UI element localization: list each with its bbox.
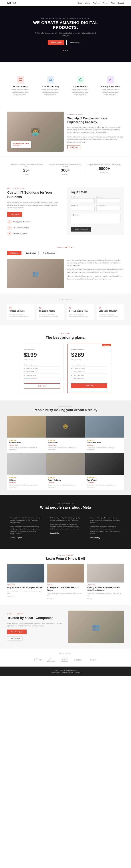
testimonial-author-1: Sarah Miller	[50, 532, 81, 534]
stat-partners-number: 300+	[49, 168, 82, 173]
core-services-tabs: IT Strategy Data Sharing Transformations	[7, 251, 124, 255]
footer-privacy[interactable]: Privacy Policy	[51, 672, 60, 674]
blog-cat-0: BUSINESS	[7, 584, 44, 586]
basic-feature-5: NONE Extended	[24, 377, 60, 380]
process-step-2-desc: Lorem sit tur adipiscing consectetur adi…	[39, 313, 62, 317]
business-plan-name: Business License	[71, 349, 107, 350]
process-step-2: 02 Request a Meeting Lorem sit tur adipi…	[37, 304, 64, 320]
nav-about[interactable]: About	[85, 2, 90, 4]
nav-pages[interactable]: Pages	[103, 2, 108, 4]
footer-terms[interactable]: Terms of Service	[62, 672, 73, 674]
blog-meta-1: January 2	[47, 598, 84, 600]
form-last-name-input[interactable]	[96, 198, 120, 203]
form-phone-input[interactable]	[96, 207, 120, 211]
stats-section: With more 25 offices in United States,Eu…	[0, 157, 131, 182]
testimonial-text-0: Amazing founder Tripadvisor helps you qu…	[10, 517, 41, 524]
solutions-eyebrow: WHY CHOOSE US	[7, 187, 62, 189]
featured-title: We Help IT Companies Scale Engineering C…	[67, 117, 124, 124]
featured-desc1: Lorem ipsum dolor sit amet, consectetur …	[67, 126, 124, 134]
blog-title-0: Why Purpose-Driven Employers Succeed	[7, 586, 44, 589]
process-step-1: 01 Choose a Service Lorem sit tur adipis…	[7, 304, 34, 320]
cta-button[interactable]: Get a Free Quote	[7, 629, 27, 634]
badge-item: 5 Star Customer	[7, 637, 23, 641]
nav-services[interactable]: Services	[93, 2, 100, 4]
pricing-plan-business: POPULAR Business License $289 3 Days mon…	[67, 344, 111, 393]
featured-content: COMPANY'S STORY We Help IT Companies Sca…	[67, 112, 124, 152]
partners-eyebrow: Trusted by	[7, 653, 124, 654]
svg-text:logo: logo	[38, 659, 42, 661]
featured-desc2: We are a technology-based company struct…	[67, 136, 124, 144]
svg-rect-1	[110, 79, 112, 81]
blog-title-1: A Designer's Checklist For Every UX Proj…	[47, 586, 84, 591]
process-eyebrow: OUR PROCESS	[7, 299, 124, 301]
form-submit-button[interactable]: SEND MESSAGE	[71, 227, 91, 231]
form-email-input[interactable]	[71, 207, 95, 211]
service-icon-security	[77, 76, 84, 84]
cs-tab-transformations[interactable]: Transformations	[40, 251, 58, 255]
team-member-1: 😮 ★★★★★ Kathleen N. Adobe Flash Lorem ip…	[46, 416, 85, 453]
cta-badges: 5 Star Customer	[7, 637, 63, 641]
cs-desc1: Lorem ipsum dolor sit amet consectetur a…	[67, 259, 124, 267]
svg-rect-0	[19, 79, 22, 81]
nav-links: Home About Services Pages Blog Contact	[78, 2, 124, 4]
service-security: Cyber Security Lorem ipsum sit amet tur …	[67, 73, 94, 99]
inquiry-form-section: INQUIRY FORM First Name Last Name Your E…	[67, 187, 124, 236]
team-member-0: ★★★★★ Antonio Reed Advisor, CEO Lorem ip…	[7, 416, 46, 453]
featured-section: 👩‍💻 Founded in 1964 Click Here → COMPANY…	[0, 106, 131, 157]
testimonial-author-2: Tom Bradley	[90, 537, 121, 539]
partner-logo-0: logo	[33, 657, 42, 663]
pricing-eyebrow: — PRICING —	[7, 333, 124, 334]
hero-cta-secondary[interactable]: Learn More	[67, 40, 83, 45]
stat-partners-label: Partners	[49, 174, 82, 175]
team-stars-1: ★★★★★	[48, 439, 83, 441]
business-plan-price: $289	[71, 351, 107, 358]
cta-section: SPECIAL OFFER Trusted by 5,000+ Companie…	[0, 605, 131, 649]
blog-post-0: BUSINESS Why Purpose-Driven Employers Su…	[7, 564, 44, 600]
service-it-desc: Lorem ipsum sit amet tur adipiscing cons…	[9, 89, 32, 96]
featured-read-more[interactable]: Read More	[67, 145, 80, 149]
service-cloud-desc: Lorem ipsum sit amet tur adipiscing cons…	[39, 89, 62, 96]
cta-title: Trusted by 5,000+ Companies	[7, 616, 63, 620]
basic-plan-period: 3 Days monthly	[24, 359, 60, 361]
footer-sitemap[interactable]: Sitemap	[75, 672, 80, 674]
team-member-3: ★★★★★ HR Agel Marketing Lorem ipsum et s…	[7, 453, 46, 490]
testimonials-eyebrow: — TESTIMONIALS —	[7, 503, 124, 504]
footer-copyright: © 2021 Meta. All Rights Reserved	[7, 670, 124, 671]
nav-contact[interactable]: Contact	[118, 2, 124, 4]
form-first-name-input[interactable]	[71, 198, 95, 203]
featured-eyebrow: COMPANY'S STORY	[67, 114, 124, 115]
testimonial-2: Awesome developer. Tripadvisor helps you…	[87, 514, 124, 541]
form-message-textarea[interactable]	[71, 213, 120, 224]
blog-meta-2: January 3	[87, 598, 124, 600]
cs-tab-it-strategy[interactable]: IT Strategy	[7, 251, 21, 255]
basic-plan-cta[interactable]: Order Now	[24, 383, 60, 389]
team-member-5: ★★★★★ Dan Warren Consultant Lorem ipsum …	[85, 453, 124, 490]
service-security-title: Cyber Security	[69, 85, 92, 88]
stat-partners-label-top: We have the best partners and customers …	[49, 164, 82, 167]
pricing-title: The best pricing plans.	[7, 336, 124, 340]
team-section: OUR SPONSORS People busy making your dre…	[0, 400, 131, 495]
cs-tab-data-sharing[interactable]: Data Sharing	[23, 251, 39, 255]
team-desc-3: Lorem ipsum et sit amet dolor adipiscing…	[9, 484, 44, 488]
nav-home[interactable]: Home	[78, 2, 82, 4]
core-services-eyebrow: CORE SERVICES	[7, 247, 124, 248]
business-plan-cta[interactable]: Order Now	[71, 383, 107, 388]
stat-offices-number: 25+	[10, 168, 43, 173]
solutions-title: Custom IT Solutions for Your Business	[7, 190, 62, 199]
stat-offices-label: Offices	[10, 174, 43, 175]
team-stars-0: ★★★★★	[9, 439, 44, 441]
service-cloud: Cloud Computing Lorem ipsum sit amet tur…	[37, 73, 64, 99]
hero-cta-primary[interactable]: Get Started	[48, 40, 64, 45]
stat-customers: Happy customers Who trusted Us For Every…	[85, 161, 124, 178]
testimonial-1: Brilliant designer. Tripadvisor helps yo…	[47, 514, 84, 541]
testimonials-section: — TESTIMONIALS — What people says about …	[0, 495, 131, 549]
blog-post-1: DESIGN A Designer's Checklist For Every …	[47, 564, 84, 600]
solutions-cta[interactable]: Read More	[7, 212, 22, 217]
featured-badge[interactable]: Founded in 1964 Click Here →	[11, 141, 31, 148]
team-name-3: HR Agel	[9, 479, 44, 481]
brand-logo: META	[7, 1, 17, 5]
business-feature-3: UNLIMITED users	[71, 370, 107, 374]
team-eyebrow: OUR SPONSORS	[7, 406, 124, 407]
nav-blog[interactable]: Blog	[111, 2, 115, 4]
business-feature-4: SAVE Accounts	[71, 374, 107, 377]
